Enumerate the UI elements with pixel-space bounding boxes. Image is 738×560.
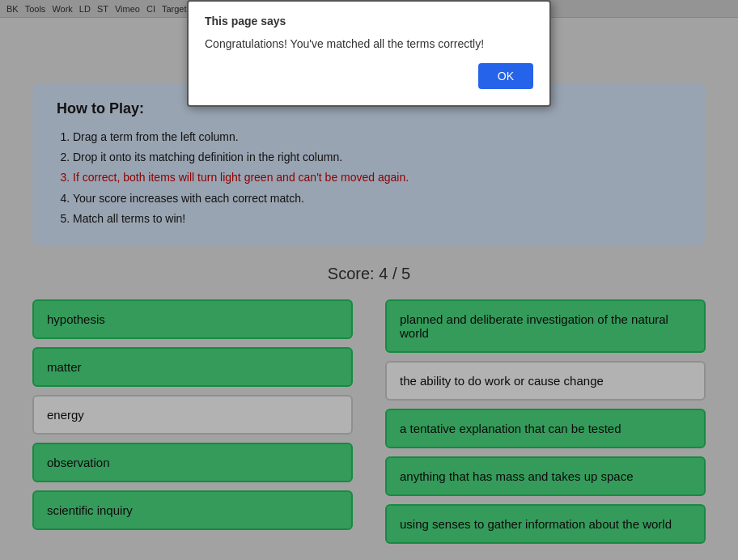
modal-overlay: This page says Congratulations! You've m… bbox=[0, 0, 738, 560]
modal-title: This page says bbox=[205, 15, 286, 28]
modal-ok-button[interactable]: OK bbox=[478, 63, 533, 89]
modal-message: Congratulations! You've matched all the … bbox=[205, 37, 533, 50]
modal-dialog: This page says Congratulations! You've m… bbox=[187, 0, 551, 107]
modal-title-bar: This page says bbox=[205, 15, 533, 28]
